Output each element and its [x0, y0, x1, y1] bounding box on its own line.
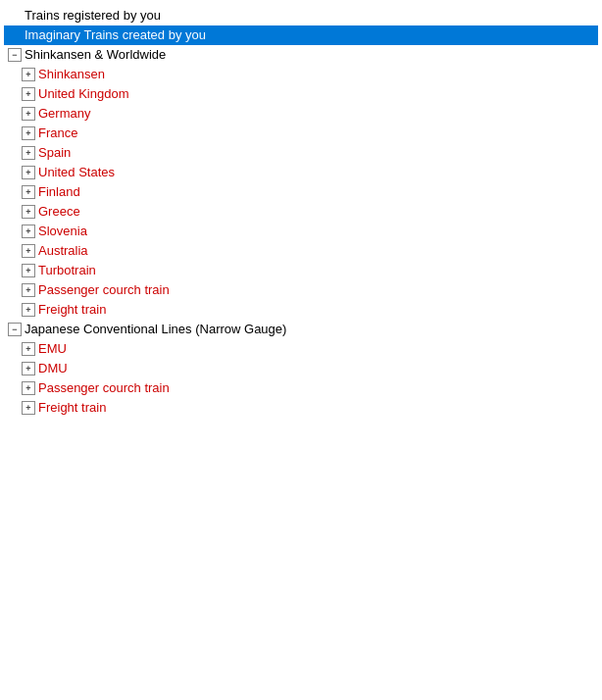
- item-label-freight-train-1: Freight train: [38, 301, 106, 319]
- tree-item-germany[interactable]: +Germany: [4, 104, 598, 124]
- tree-item-france[interactable]: +France: [4, 124, 598, 143]
- item-label-germany: Germany: [38, 105, 90, 123]
- expand-icon-france[interactable]: +: [22, 126, 35, 140]
- item-label-turbotrain: Turbotrain: [38, 262, 96, 279]
- tree-item-freight-train-2[interactable]: +Freight train: [4, 398, 598, 418]
- item-label-shinkansen: Shinkansen: [38, 66, 105, 83]
- item-label-greece: Greece: [38, 203, 80, 221]
- tree-item-turbotrain[interactable]: +Turbotrain: [4, 261, 598, 280]
- expand-icon-shinkansen[interactable]: +: [22, 68, 35, 81]
- expand-icon-passenger-courch-1[interactable]: +: [22, 283, 35, 297]
- expand-icon-united-states[interactable]: +: [22, 166, 35, 179]
- expand-icon-finland[interactable]: +: [22, 185, 35, 199]
- expand-icon-slovenia[interactable]: +: [22, 225, 35, 238]
- tree-item-freight-train-1[interactable]: +Freight train: [4, 300, 598, 320]
- tree-container: Trains registered by youImaginary Trains…: [0, 0, 602, 424]
- tree-item-greece[interactable]: +Greece: [4, 202, 598, 222]
- tree-item-passenger-courch-1[interactable]: +Passenger courch train: [4, 280, 598, 300]
- spacer-trains-registered: [8, 9, 22, 23]
- expand-icon-turbotrain[interactable]: +: [22, 264, 35, 277]
- item-label-passenger-courch-1: Passenger courch train: [38, 281, 170, 299]
- item-label-freight-train-2: Freight train: [38, 399, 106, 417]
- tree-item-united-states[interactable]: +United States: [4, 163, 598, 182]
- expand-icon-greece[interactable]: +: [22, 205, 35, 219]
- tree-item-passenger-courch-2[interactable]: +Passenger courch train: [4, 378, 598, 398]
- item-label-passenger-courch-2: Passenger courch train: [38, 379, 170, 397]
- tree-item-australia[interactable]: +Australia: [4, 241, 598, 261]
- tree-item-united-kingdom[interactable]: +United Kingdom: [4, 84, 598, 104]
- expand-icon-australia[interactable]: +: [22, 244, 35, 258]
- expand-icon-freight-train-2[interactable]: +: [22, 401, 35, 415]
- item-label-slovenia: Slovenia: [38, 223, 87, 240]
- tree-item-emu[interactable]: +EMU: [4, 339, 598, 359]
- item-label-trains-registered: Trains registered by you: [25, 7, 161, 25]
- item-label-emu: EMU: [38, 340, 67, 358]
- item-label-united-states: United States: [38, 164, 115, 181]
- item-label-united-kingdom: United Kingdom: [38, 85, 129, 103]
- tree-item-trains-registered[interactable]: Trains registered by you: [4, 6, 598, 25]
- expand-icon-united-kingdom[interactable]: +: [22, 87, 35, 101]
- spacer-imaginary-trains: [8, 28, 22, 42]
- item-label-imaginary-trains: Imaginary Trains created by you: [25, 26, 206, 44]
- item-label-japanese-conventional: Japanese Conventional Lines (Narrow Gaug…: [25, 321, 286, 338]
- item-label-australia: Australia: [38, 242, 88, 260]
- item-label-france: France: [38, 125, 77, 142]
- expand-icon-emu[interactable]: +: [22, 342, 35, 356]
- item-label-shinkansen-worldwide: Shinkansen & Worldwide: [25, 46, 166, 64]
- tree-item-japanese-conventional[interactable]: −Japanese Conventional Lines (Narrow Gau…: [4, 320, 598, 339]
- tree-item-spain[interactable]: +Spain: [4, 143, 598, 163]
- expand-icon-shinkansen-worldwide[interactable]: −: [8, 48, 22, 62]
- tree-item-imaginary-trains[interactable]: Imaginary Trains created by you: [4, 25, 598, 45]
- expand-icon-dmu[interactable]: +: [22, 362, 35, 375]
- expand-icon-spain[interactable]: +: [22, 146, 35, 160]
- tree-item-shinkansen-worldwide[interactable]: −Shinkansen & Worldwide: [4, 45, 598, 65]
- tree-item-dmu[interactable]: +DMU: [4, 359, 598, 378]
- expand-icon-germany[interactable]: +: [22, 107, 35, 121]
- item-label-finland: Finland: [38, 183, 80, 201]
- expand-icon-freight-train-1[interactable]: +: [22, 303, 35, 317]
- tree-item-finland[interactable]: +Finland: [4, 182, 598, 202]
- item-label-dmu: DMU: [38, 360, 68, 377]
- expand-icon-passenger-courch-2[interactable]: +: [22, 381, 35, 395]
- item-label-spain: Spain: [38, 144, 71, 162]
- expand-icon-japanese-conventional[interactable]: −: [8, 323, 22, 336]
- tree-item-shinkansen[interactable]: +Shinkansen: [4, 65, 598, 84]
- tree-item-slovenia[interactable]: +Slovenia: [4, 222, 598, 241]
